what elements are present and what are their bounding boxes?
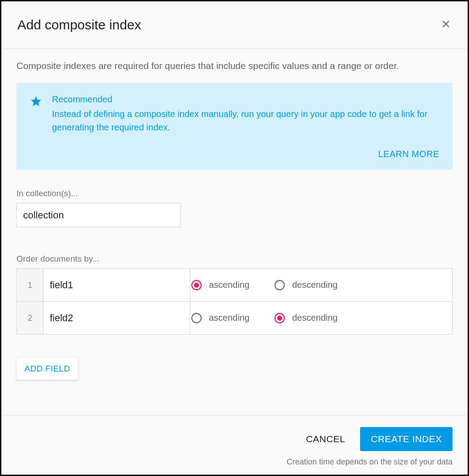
radio-label: ascending [209, 313, 249, 323]
dialog-description: Composite indexes are required for queri… [16, 61, 453, 71]
radio-label: descending [292, 280, 337, 290]
field-index: 2 [17, 302, 44, 335]
dialog-header: Add composite index [1, 1, 468, 49]
dialog-footer: CANCEL CREATE INDEX Creation time depend… [1, 415, 468, 475]
collection-input[interactable] [16, 203, 181, 227]
radio-checked-icon [273, 312, 286, 324]
create-index-button[interactable]: CREATE INDEX [360, 427, 453, 451]
field-row: 1 ascending descending [17, 269, 453, 302]
learn-more-button[interactable]: LEARN MORE [378, 149, 439, 159]
field-name-input[interactable] [44, 302, 190, 334]
descending-radio[interactable]: descending [273, 279, 337, 291]
recommendation-callout: Recommended Instead of defining a compos… [16, 83, 453, 170]
radio-label: descending [292, 313, 337, 323]
collection-label: In collection(s)... [16, 189, 453, 198]
svg-point-0 [194, 282, 199, 288]
ascending-radio[interactable]: ascending [190, 312, 249, 324]
field-index: 1 [17, 269, 44, 302]
radio-unchecked-icon [273, 279, 286, 291]
svg-point-1 [277, 315, 282, 321]
field-row: 2 ascending descending [17, 302, 453, 335]
ascending-radio[interactable]: ascending [190, 279, 249, 291]
footer-note: Creation time depends on the size of you… [287, 457, 453, 467]
fields-table: 1 ascending descending [16, 268, 453, 335]
radio-unchecked-icon [190, 312, 203, 324]
radio-label: ascending [209, 280, 249, 290]
order-label: Order documents by... [16, 254, 453, 264]
add-field-button[interactable]: ADD FIELD [16, 358, 78, 380]
close-icon[interactable] [440, 18, 452, 32]
callout-title: Recommended [52, 94, 439, 105]
descending-radio[interactable]: descending [273, 312, 337, 324]
star-icon [30, 94, 42, 134]
dialog-body: Composite indexes are required for queri… [1, 49, 468, 415]
dialog-title: Add composite index [17, 17, 141, 32]
callout-body: Instead of defining a composite index ma… [52, 107, 439, 134]
cancel-button[interactable]: CANCEL [306, 434, 345, 444]
field-name-input[interactable] [44, 269, 190, 301]
radio-checked-icon [190, 279, 203, 291]
